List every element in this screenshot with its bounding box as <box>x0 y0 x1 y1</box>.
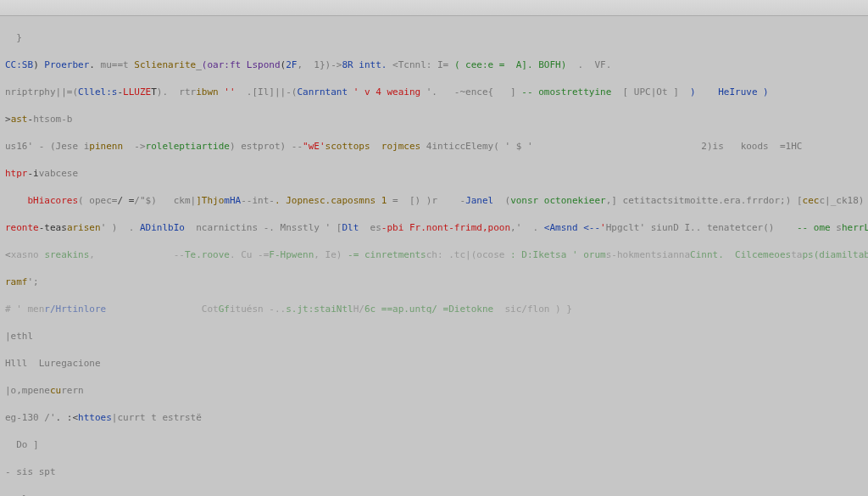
code-line: - sis spt <box>5 465 865 479</box>
code-line: # ' menr/Hrtinlore CotGfituésn -..s.jt:s… <box>5 303 865 316</box>
code-line: >ast-htsom-b <box>5 113 865 126</box>
code-line: CC:SB) Proerber. mu==t Sclienarite_(oar:… <box>5 59 865 72</box>
code-line: } <box>5 31 865 45</box>
code-line: Hlll Luregacione <box>5 357 865 371</box>
code-line: ; } <box>5 493 865 496</box>
code-line: us16' - (Jese ipinenn ->roleleptiartide)… <box>5 140 865 153</box>
code-line: nriptrphy||=(Cllel:s-LLUZET). rtribwn ''… <box>5 86 865 99</box>
code-editor[interactable]: } CC:SB) Proerber. mu==t Sclienarite_(oa… <box>0 16 868 496</box>
code-line: reonte-teasarisen' ) . ADinlbIo ncarnict… <box>5 221 865 235</box>
code-line: ramf'; <box>5 276 865 289</box>
code-line: <xasno sreakins, --Te.roove. Cu -=F-Hpwe… <box>5 248 865 262</box>
code-line: Do ] <box>5 438 865 452</box>
window-titlebar <box>0 0 868 16</box>
code-line: bHiacores( opec=/ =/"$) ckm|]ThjomHA--in… <box>5 194 865 208</box>
code-line: |o,mpenecurern <box>5 384 865 398</box>
code-line: htpr-ivabcese <box>5 167 865 181</box>
code-line: eg-130 /'. :<httoes|currt t estrstë <box>5 411 865 425</box>
code-line: |ethl <box>5 330 865 343</box>
